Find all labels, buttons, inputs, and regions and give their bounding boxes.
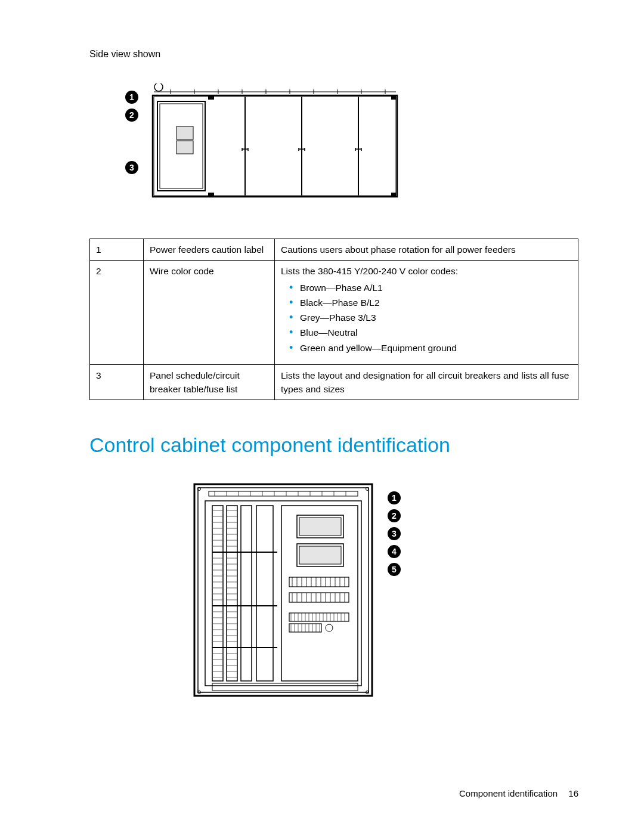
cabinet-diagram (191, 481, 376, 701)
bullet-item: Black—Phase B/L2 (289, 296, 572, 309)
side-view-diagram (147, 83, 403, 203)
callout-badge: 1 (125, 91, 138, 104)
table-row: 2 Wire color code Lists the 380-415 Y/20… (90, 261, 578, 365)
svg-rect-11 (391, 193, 396, 197)
svg-rect-5 (177, 126, 193, 140)
cell-desc: Lists the layout and designation for all… (275, 364, 578, 400)
desc-intro: Lists the 380-415 Y/200-240 V color code… (281, 264, 572, 278)
bullet-item: Grey—Phase 3/L3 (289, 311, 572, 324)
svg-rect-27 (299, 518, 341, 535)
cell-num: 3 (90, 364, 144, 400)
callout-badge: 2 (388, 509, 401, 522)
page-footer: Component identification 16 (459, 788, 578, 798)
component-table: 1 Power feeders caution label Cautions u… (89, 239, 578, 400)
cell-desc: Cautions users about phase rotation for … (275, 239, 578, 261)
control-cabinet-figure: 1 2 3 4 5 (191, 481, 477, 707)
bullet-item: Blue—Neutral (289, 326, 572, 339)
figure-caption: Side view shown (89, 49, 578, 60)
bullet-item: Green and yellow—Equipment ground (289, 341, 572, 355)
callout-badge: 1 (388, 491, 401, 504)
table-row: 1 Power feeders caution label Cautions u… (90, 239, 578, 261)
cell-num: 2 (90, 261, 144, 365)
callout-badge: 3 (125, 161, 138, 174)
page-number: 16 (568, 788, 578, 798)
svg-rect-13 (391, 95, 396, 100)
bullet-item: Brown—Phase A/L1 (289, 281, 572, 295)
svg-point-2 (154, 83, 163, 91)
svg-rect-10 (208, 193, 214, 197)
callout-badge: 4 (388, 545, 401, 558)
cell-name: Power feeders caution label (144, 239, 275, 261)
svg-rect-12 (208, 95, 214, 100)
side-view-figure: 1 2 3 (125, 83, 483, 209)
callout-badge: 3 (388, 527, 401, 540)
svg-rect-14 (194, 484, 372, 696)
table-row: 3 Panel schedule/circuit breaker table/f… (90, 364, 578, 400)
cell-num: 1 (90, 239, 144, 261)
svg-rect-29 (299, 546, 341, 564)
callout-badge: 5 (388, 563, 401, 576)
svg-rect-6 (177, 141, 193, 154)
section-heading: Control cabinet component identification (89, 433, 578, 457)
cell-name: Wire color code (144, 261, 275, 365)
cell-desc: Lists the 380-415 Y/200-240 V color code… (275, 261, 578, 365)
cell-name: Panel schedule/circuit breaker table/fus… (144, 364, 275, 400)
callout-badge: 2 (125, 109, 138, 122)
footer-section: Component identification (459, 788, 558, 798)
